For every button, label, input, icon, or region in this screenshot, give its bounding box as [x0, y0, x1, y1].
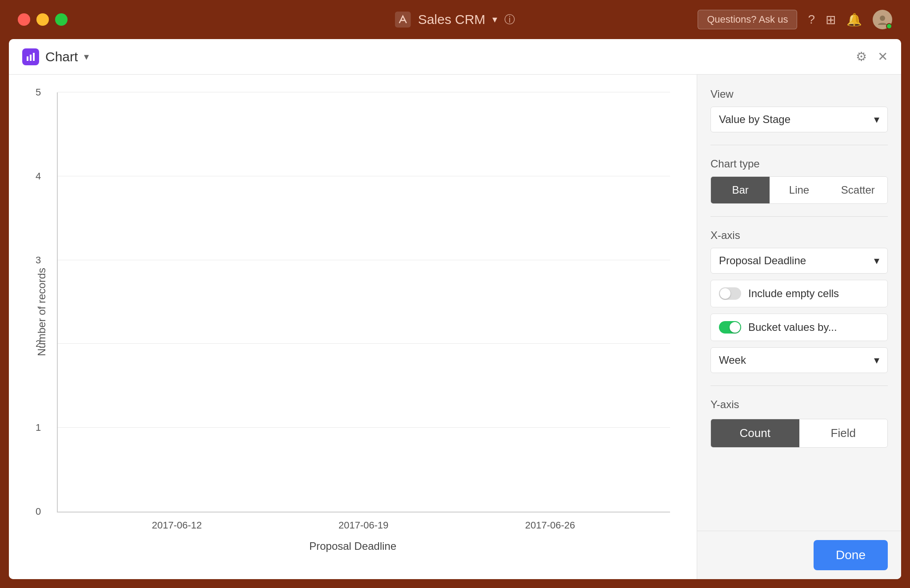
y-tick-0: 0	[36, 506, 41, 517]
x-axis-select[interactable]: Proposal Deadline ▾	[710, 248, 888, 274]
sidebar-scroll-area[interactable]: View Value by Stage ▾ Chart type Bar Lin…	[697, 75, 901, 531]
minimize-button[interactable]	[36, 13, 49, 26]
ask-us-button[interactable]: Questions? Ask us	[698, 10, 797, 29]
toggle-knob-empty	[720, 288, 730, 299]
view-value: Value by Stage	[719, 113, 790, 126]
chart-header: Chart ▾ ⚙ ✕	[9, 39, 901, 75]
help-icon[interactable]: ?	[808, 12, 815, 27]
y-axis-field-btn[interactable]: Field	[799, 419, 888, 447]
chart-header-right: ⚙ ✕	[856, 49, 888, 64]
y-axis-buttons: Count Field	[710, 419, 888, 448]
x-tick-1: 2017-06-19	[339, 520, 389, 531]
done-footer: Done	[697, 531, 901, 579]
chart-type-scatter[interactable]: Scatter	[829, 177, 887, 203]
chart-logo	[22, 48, 39, 65]
sidebar-wrapper: View Value by Stage ▾ Chart type Bar Lin…	[697, 75, 901, 579]
maximize-button[interactable]	[55, 13, 68, 26]
main-content: Chart ▾ ⚙ ✕ Number of records 5	[9, 39, 901, 579]
y-tick-5: 5	[36, 87, 41, 98]
x-axis-section-label: X-axis	[710, 229, 888, 242]
view-chevron-icon: ▾	[874, 113, 879, 126]
bucket-values-label: Bucket values by...	[748, 321, 837, 334]
bucket-values-row: Bucket values by...	[710, 314, 888, 341]
close-button[interactable]	[18, 13, 30, 26]
chart-plot: 5 4 3 2 1	[57, 92, 670, 513]
close-icon[interactable]: ✕	[878, 49, 888, 64]
info-icon[interactable]: ⓘ	[504, 12, 515, 27]
bucket-period-select[interactable]: Week ▾	[710, 347, 888, 373]
bucket-period-value: Week	[719, 354, 746, 366]
settings-icon[interactable]: ⚙	[856, 49, 867, 64]
bell-icon[interactable]: 🔔	[846, 12, 862, 27]
done-button[interactable]: Done	[814, 540, 888, 570]
avatar[interactable]	[873, 10, 892, 29]
x-axis-value: Proposal Deadline	[719, 254, 806, 267]
chart-dropdown-arrow[interactable]: ▾	[84, 51, 89, 63]
content-body: Number of records 5 4 3	[9, 75, 901, 579]
include-empty-cells-row: Include empty cells	[710, 280, 888, 307]
sidebar-x-axis-section: X-axis Proposal Deadline ▾ Include empty…	[710, 229, 888, 373]
bars-container	[58, 92, 670, 512]
chart-area: Number of records 5 4 3	[9, 75, 697, 579]
x-tick-0: 2017-06-12	[152, 520, 202, 531]
x-axis-chevron-icon: ▾	[874, 254, 879, 267]
app-name: Sales CRM	[418, 12, 486, 27]
chart-inner: 5 4 3 2 1	[57, 92, 670, 531]
y-tick-2: 2	[36, 338, 41, 350]
y-axis-count-btn[interactable]: Count	[711, 419, 799, 447]
sidebar-y-axis-section: Y-axis Count Field	[710, 398, 888, 448]
bucket-period-chevron-icon: ▾	[874, 354, 879, 366]
include-empty-cells-label: Include empty cells	[748, 287, 839, 300]
svg-point-1	[880, 16, 885, 21]
chart-header-left: Chart ▾	[22, 48, 89, 65]
chart-type-group: Bar Line Scatter	[710, 176, 888, 204]
y-axis-section-label: Y-axis	[710, 398, 888, 411]
toggle-knob-bucket	[730, 322, 740, 333]
svg-rect-3	[30, 55, 32, 61]
bucket-values-toggle[interactable]	[719, 321, 741, 334]
sidebar-view-section: View Value by Stage ▾	[710, 88, 888, 132]
svg-rect-2	[27, 56, 28, 61]
chart-type-label: Chart type	[710, 158, 888, 170]
view-select[interactable]: Value by Stage ▾	[710, 107, 888, 132]
svg-rect-0	[395, 12, 411, 28]
chart-type-line[interactable]: Line	[770, 177, 828, 203]
y-tick-1: 1	[36, 422, 41, 433]
x-ticks: 2017-06-12 2017-06-19 2017-06-26	[57, 513, 670, 531]
y-tick-3: 3	[36, 254, 41, 266]
x-axis-label: Proposal Deadline	[309, 540, 396, 552]
divider-3	[710, 385, 888, 386]
svg-rect-4	[33, 53, 35, 61]
app-icon	[395, 12, 411, 28]
x-tick-2: 2017-06-26	[525, 520, 575, 531]
sidebar-chart-type-section: Chart type Bar Line Scatter	[710, 158, 888, 204]
view-label: View	[710, 88, 888, 100]
titlebar: Sales CRM ▾ ⓘ Questions? Ask us ? ⊞ 🔔	[0, 0, 910, 39]
divider-1	[710, 145, 888, 145]
titlebar-center: Sales CRM ▾ ⓘ	[395, 12, 515, 28]
chart-type-bar[interactable]: Bar	[711, 177, 770, 203]
divider-2	[710, 216, 888, 217]
include-empty-cells-toggle[interactable]	[719, 287, 741, 300]
grid-icon[interactable]: ⊞	[826, 12, 836, 27]
avatar-online-dot	[886, 23, 892, 29]
chart-container: Number of records 5 4 3	[36, 92, 670, 531]
y-tick-4: 4	[36, 171, 41, 182]
app-dropdown-arrow[interactable]: ▾	[492, 14, 497, 25]
chart-title: Chart	[45, 49, 78, 64]
traffic-lights	[18, 13, 68, 26]
titlebar-right: Questions? Ask us ? ⊞ 🔔	[698, 10, 892, 29]
